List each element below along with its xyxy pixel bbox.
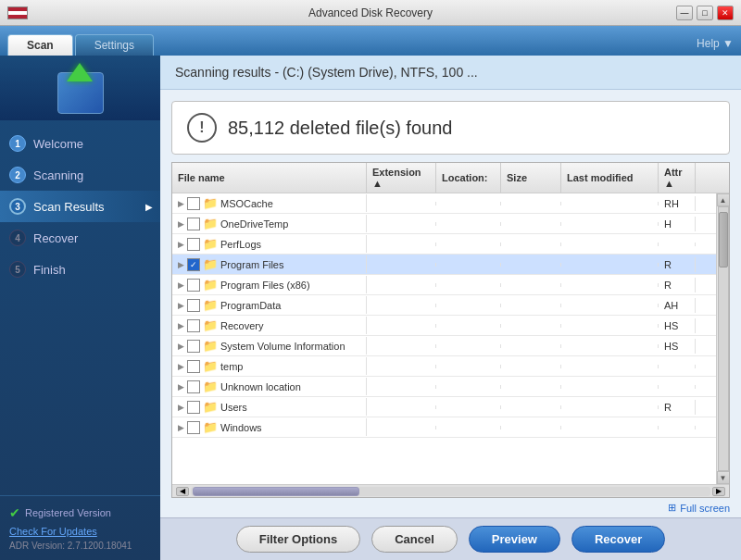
size-cell [501, 283, 561, 287]
table-row[interactable]: ▶📁temp [172, 356, 716, 377]
check-icon: ✔ [9, 505, 20, 520]
row-checkbox[interactable] [187, 380, 200, 393]
row-checkbox[interactable] [187, 279, 200, 292]
size-cell [501, 263, 561, 267]
tab-scan[interactable]: Scan [7, 34, 73, 56]
table-row[interactable]: ▶📁Program FilesR [172, 255, 716, 275]
row-checkbox[interactable] [187, 258, 200, 271]
location-cell [436, 405, 501, 409]
expand-arrow-icon[interactable]: ▶ [178, 342, 184, 351]
sidebar-item-recover[interactable]: 4 Recover [0, 222, 160, 254]
maximize-button[interactable]: □ [697, 6, 713, 20]
row-checkbox[interactable] [187, 197, 200, 210]
table-row[interactable]: ▶📁System Volume InformationHS [172, 336, 716, 356]
table-row[interactable]: ▶📁OneDriveTempH [172, 214, 716, 234]
size-cell [501, 385, 561, 389]
minimize-button[interactable]: — [676, 6, 693, 20]
scroll-up-button[interactable]: ▲ [717, 193, 730, 206]
row-checkbox[interactable] [187, 421, 200, 434]
modified-cell [561, 222, 659, 226]
expand-arrow-icon[interactable]: ▶ [178, 362, 184, 371]
nav-num-3: 3 [9, 198, 26, 215]
expand-arrow-icon[interactable]: ▶ [178, 423, 184, 432]
check-updates-link[interactable]: Check For Updates [9, 526, 151, 537]
tabs-container: Scan Settings [7, 34, 154, 56]
expand-arrow-icon[interactable]: ▶ [178, 240, 184, 249]
row-checkbox[interactable] [187, 299, 200, 312]
expand-arrow-icon[interactable]: ▶ [178, 382, 184, 392]
vertical-scrollbar[interactable]: ▲ ▼ [716, 193, 729, 484]
sidebar-item-scanning[interactable]: 2 Scanning [0, 159, 160, 191]
help-menu[interactable]: Help ▼ [697, 37, 734, 56]
hscroll-right-button[interactable]: ▶ [712, 487, 725, 496]
title-bar: Advanced Disk Recovery — □ ✕ [0, 0, 741, 26]
expand-arrow-icon[interactable]: ▶ [178, 199, 184, 208]
filter-options-button[interactable]: Filter Options [236, 526, 361, 553]
expand-arrow-icon[interactable]: ▶ [178, 321, 184, 330]
sidebar-label-recover: Recover [33, 231, 78, 245]
hscroll-left-button[interactable]: ◀ [176, 487, 189, 496]
expand-arrow-icon[interactable]: ▶ [178, 260, 184, 269]
fullscreen-link[interactable]: ⊞ Full screen [160, 498, 741, 517]
folder-icon: 📁 [203, 196, 218, 210]
expand-arrow-icon[interactable]: ▶ [178, 219, 184, 229]
cancel-button[interactable]: Cancel [371, 526, 458, 553]
th-filename: File name [172, 163, 367, 193]
table-row[interactable]: ▶📁PerfLogs [172, 234, 716, 255]
hscroll-track[interactable] [191, 487, 710, 496]
recover-button[interactable]: Recover [571, 526, 665, 553]
expand-arrow-icon[interactable]: ▶ [178, 280, 184, 290]
horizontal-scrollbar[interactable]: ◀ ▶ [172, 484, 729, 497]
location-cell [436, 263, 501, 267]
table-row[interactable]: ▶📁MSOCacheRH [172, 193, 716, 214]
folder-icon: 📁 [203, 217, 218, 230]
scroll-thumb[interactable] [719, 212, 728, 268]
hscroll-thumb[interactable] [193, 487, 359, 496]
sidebar-item-finish[interactable]: 5 Finish [0, 254, 160, 285]
row-checkbox[interactable] [187, 218, 200, 230]
preview-button[interactable]: Preview [469, 526, 560, 553]
size-cell [501, 426, 561, 429]
sidebar-item-welcome[interactable]: 1 Welcome [0, 128, 160, 159]
close-button[interactable]: ✕ [717, 6, 734, 20]
folder-icon: 📁 [203, 257, 218, 271]
modified-cell [561, 385, 659, 389]
sidebar-item-scan-results[interactable]: 3 Scan Results [0, 191, 160, 222]
table-row[interactable]: ▶📁RecoveryHS [172, 316, 716, 336]
extension-cell [367, 202, 436, 205]
modified-cell [561, 344, 659, 348]
extension-cell [367, 324, 436, 328]
row-checkbox[interactable] [187, 401, 200, 414]
row-checkbox[interactable] [187, 238, 200, 251]
folder-icon: 📁 [203, 359, 218, 373]
table-row[interactable]: ▶📁Program Files (x86)R [172, 275, 716, 295]
th-extension[interactable]: Extension ▲ [367, 163, 436, 193]
th-attr[interactable]: Attr ▲ [659, 163, 696, 193]
size-cell [501, 243, 561, 246]
row-checkbox[interactable] [187, 319, 200, 332]
table-row[interactable]: ▶📁Windows [172, 417, 716, 438]
table-row[interactable]: ▶📁Unknown location [172, 377, 716, 397]
tab-bar: Scan Settings Help ▼ [0, 26, 741, 56]
tab-settings[interactable]: Settings [75, 34, 154, 56]
folder-icon: 📁 [203, 400, 218, 414]
file-name-cell: ▶📁OneDriveTemp [172, 215, 367, 232]
extension-cell [367, 365, 436, 368]
sidebar-label-finish: Finish [33, 263, 66, 277]
attr-cell: R [659, 400, 696, 415]
location-cell [436, 426, 501, 429]
scroll-down-button[interactable]: ▼ [717, 471, 730, 484]
modified-cell [561, 304, 659, 307]
expand-arrow-icon[interactable]: ▶ [178, 403, 184, 412]
folder-icon: 📁 [203, 339, 218, 353]
expand-arrow-icon[interactable]: ▶ [178, 301, 184, 310]
table-row[interactable]: ▶📁UsersR [172, 397, 716, 417]
scan-results-title: Scanning results - (C:) (System Drive), … [175, 65, 726, 80]
table-row[interactable]: ▶📁ProgramDataAH [172, 295, 716, 316]
row-checkbox[interactable] [187, 360, 200, 373]
row-checkbox[interactable] [187, 340, 200, 353]
sidebar: 1 Welcome 2 Scanning 3 Scan Results 4 Re… [0, 56, 160, 560]
scroll-track[interactable] [718, 206, 729, 471]
file-name-label: Windows [220, 422, 262, 433]
bottom-bar: Filter Options Cancel Preview Recover [160, 517, 741, 560]
